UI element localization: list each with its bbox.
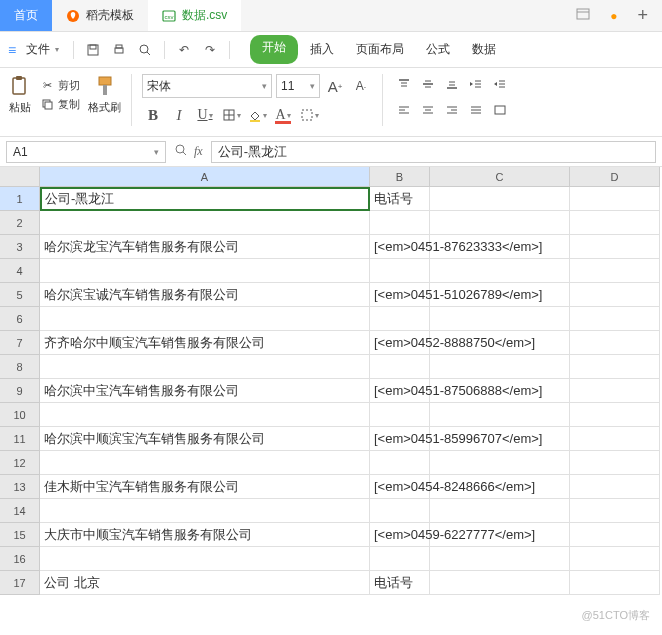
cell[interactable]: 公司-黑龙江: [40, 187, 370, 211]
cell[interactable]: 电话号: [370, 187, 430, 211]
increase-font-button[interactable]: A+: [324, 75, 346, 97]
cell[interactable]: [570, 451, 660, 475]
cell[interactable]: [570, 235, 660, 259]
row-header[interactable]: 8: [0, 355, 40, 379]
tab-home[interactable]: 首页: [0, 0, 52, 31]
cell[interactable]: [<em>0451-51026789</em>]: [370, 283, 430, 307]
redo-icon[interactable]: ↷: [199, 39, 221, 61]
cell[interactable]: [370, 307, 430, 331]
new-tab-button[interactable]: +: [633, 1, 652, 30]
cell[interactable]: [430, 355, 570, 379]
cell[interactable]: 大庆市中顺宝汽车销售服务有限公司: [40, 523, 370, 547]
row-header[interactable]: 13: [0, 475, 40, 499]
row-header[interactable]: 4: [0, 259, 40, 283]
cell[interactable]: [370, 403, 430, 427]
cell[interactable]: [570, 571, 660, 595]
italic-button[interactable]: I: [168, 104, 190, 126]
decrease-indent-button[interactable]: [465, 74, 487, 94]
row-header[interactable]: 11: [0, 427, 40, 451]
font-color-button[interactable]: A▾: [272, 104, 294, 126]
undo-icon[interactable]: ↶: [173, 39, 195, 61]
cell[interactable]: [430, 427, 570, 451]
menu-icon[interactable]: ≡: [8, 42, 16, 58]
cell[interactable]: [430, 523, 570, 547]
cell[interactable]: [570, 403, 660, 427]
cell[interactable]: [40, 355, 370, 379]
row-header[interactable]: 12: [0, 451, 40, 475]
menu-start[interactable]: 开始: [250, 35, 298, 64]
cell[interactable]: [430, 403, 570, 427]
cell[interactable]: [430, 475, 570, 499]
align-left-button[interactable]: [393, 100, 415, 120]
cell[interactable]: [430, 259, 570, 283]
cell[interactable]: [40, 451, 370, 475]
cell[interactable]: [570, 187, 660, 211]
cell[interactable]: [370, 547, 430, 571]
cell[interactable]: [570, 475, 660, 499]
cell[interactable]: [430, 571, 570, 595]
dot-icon[interactable]: ●: [606, 5, 621, 27]
merge-button[interactable]: [489, 100, 511, 120]
cell[interactable]: [570, 211, 660, 235]
cut-button[interactable]: ✂剪切: [40, 78, 80, 93]
bold-button[interactable]: B: [142, 104, 164, 126]
fill-color-button[interactable]: ▾: [246, 104, 268, 126]
cell[interactable]: [<em>0452-8888750</em>]: [370, 331, 430, 355]
function-wizard-icon[interactable]: [174, 143, 188, 160]
cell[interactable]: [430, 211, 570, 235]
cell[interactable]: 公司 北京: [40, 571, 370, 595]
cell[interactable]: [570, 547, 660, 571]
cell[interactable]: [430, 379, 570, 403]
cell[interactable]: [570, 523, 660, 547]
row-header[interactable]: 17: [0, 571, 40, 595]
cell[interactable]: [430, 331, 570, 355]
cell[interactable]: [430, 499, 570, 523]
col-header-b[interactable]: B: [370, 167, 430, 187]
cell[interactable]: [40, 211, 370, 235]
cell[interactable]: [<em>0451-87506888</em>]: [370, 379, 430, 403]
cell[interactable]: [570, 259, 660, 283]
select-all-corner[interactable]: [0, 167, 40, 187]
file-menu[interactable]: 文件▾: [20, 37, 65, 62]
align-center-button[interactable]: [417, 100, 439, 120]
cell[interactable]: 佳木斯中宝汽车销售服务有限公司: [40, 475, 370, 499]
font-size-select[interactable]: 11▾: [276, 74, 320, 98]
cell[interactable]: [370, 355, 430, 379]
align-right-button[interactable]: [441, 100, 463, 120]
paste-button[interactable]: 粘贴: [8, 74, 32, 115]
increase-indent-button[interactable]: [489, 74, 511, 94]
col-header-d[interactable]: D: [570, 167, 660, 187]
row-header[interactable]: 9: [0, 379, 40, 403]
preview-icon[interactable]: [134, 39, 156, 61]
cell[interactable]: [<em>0454-8248666</em>]: [370, 475, 430, 499]
menu-page-layout[interactable]: 页面布局: [346, 35, 414, 64]
window-icon[interactable]: [572, 4, 594, 27]
cell[interactable]: 哈尔滨中宝汽车销售服务有限公司: [40, 379, 370, 403]
cell[interactable]: [570, 355, 660, 379]
cell[interactable]: [40, 259, 370, 283]
name-box[interactable]: A1▾: [6, 141, 166, 163]
cell[interactable]: [570, 331, 660, 355]
align-top-button[interactable]: [393, 74, 415, 94]
row-header[interactable]: 10: [0, 403, 40, 427]
cell[interactable]: [370, 499, 430, 523]
cell[interactable]: [430, 283, 570, 307]
cell[interactable]: 哈尔滨宝诚汽车销售服务有限公司: [40, 283, 370, 307]
align-justify-button[interactable]: [465, 100, 487, 120]
cell[interactable]: [570, 307, 660, 331]
fx-label[interactable]: fx: [194, 144, 203, 159]
cell[interactable]: [40, 547, 370, 571]
cell[interactable]: [370, 211, 430, 235]
cell[interactable]: [570, 379, 660, 403]
cell[interactable]: [570, 427, 660, 451]
row-header[interactable]: 15: [0, 523, 40, 547]
cell[interactable]: [430, 187, 570, 211]
cell[interactable]: [40, 499, 370, 523]
cell[interactable]: [430, 547, 570, 571]
row-header[interactable]: 16: [0, 547, 40, 571]
cell[interactable]: 齐齐哈尔中顺宝汽车销售服务有限公司: [40, 331, 370, 355]
highlight-button[interactable]: ▾: [298, 104, 320, 126]
row-header[interactable]: 2: [0, 211, 40, 235]
cell[interactable]: 电话号: [370, 571, 430, 595]
cell[interactable]: [40, 307, 370, 331]
